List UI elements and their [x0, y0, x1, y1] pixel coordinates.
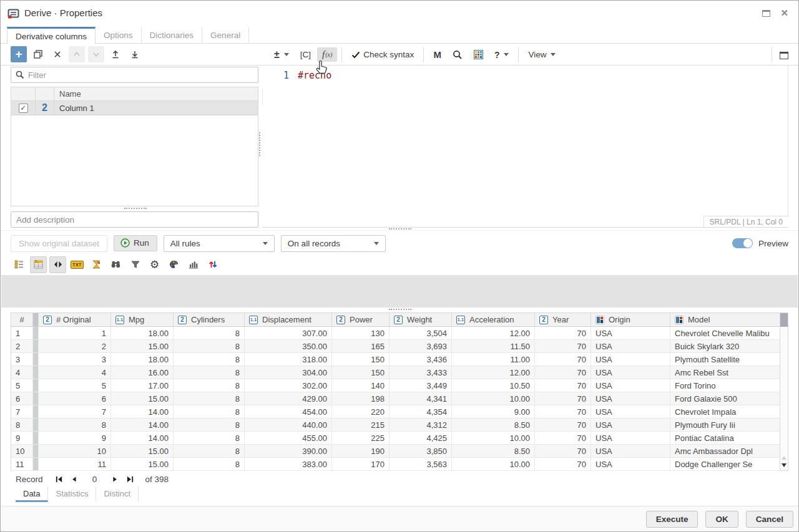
column-header-blank[interactable] [33, 313, 39, 326]
table-row[interactable]: 111115.008383.001703,56310.0070USADodge … [11, 458, 780, 471]
checkbox-cell: ✓ [11, 101, 36, 115]
column-header-year[interactable]: 2Year [535, 313, 591, 326]
filter-rows-icon[interactable] [127, 256, 144, 273]
constant-button[interactable]: [C] [295, 48, 316, 61]
column-header-weight[interactable]: 2Weight [390, 313, 452, 326]
column-header-displacement[interactable]: 1.1Displacement [245, 313, 332, 326]
move-down-icon[interactable] [88, 46, 104, 62]
checkbox[interactable]: ✓ [19, 104, 28, 113]
tab-dictionaries[interactable]: Dictionaries [142, 27, 203, 44]
column-header-mpg[interactable]: 1.1Mpg [111, 313, 174, 326]
column-header-power[interactable]: 2Power [332, 313, 390, 326]
cell: 18.00 [111, 327, 174, 339]
splitter-dots[interactable] [389, 228, 411, 230]
record-number[interactable]: 0 [82, 475, 108, 484]
tab-general[interactable]: General [202, 27, 249, 44]
color-grid-icon [474, 50, 483, 59]
scroll-up-icon[interactable] [782, 456, 787, 460]
grid-splitter-handle[interactable] [389, 309, 411, 310]
scrollbar-thumb[interactable] [780, 313, 788, 327]
run-button[interactable]: Run [114, 235, 157, 251]
previous-record-icon[interactable] [67, 476, 82, 483]
column-list-item[interactable]: ✓2Column 1 [11, 101, 258, 115]
close-icon[interactable]: ✕ [780, 9, 788, 17]
cell: 318.00 [245, 353, 332, 365]
settings-gear-icon[interactable]: ⚙ [146, 256, 163, 273]
add-column-button[interactable]: + [11, 46, 27, 62]
find-icon[interactable] [107, 256, 124, 273]
name-column-header[interactable]: Name [54, 87, 258, 100]
fit-columns-icon[interactable] [49, 256, 66, 273]
panel-resize-handle[interactable] [124, 208, 147, 209]
next-record-icon[interactable] [108, 476, 123, 483]
table-row[interactable]: 3318.008318.001503,43611.0070USAPlymouth… [11, 353, 780, 366]
text-view-icon[interactable]: TXT [69, 256, 86, 273]
tab-options[interactable]: Options [96, 27, 142, 44]
table-row[interactable]: 9914.008455.002254,42510.0070USAPontiac … [11, 432, 780, 445]
cell: Plymouth Fury Iii [670, 418, 780, 431]
column-header-origin[interactable]: Origin [591, 313, 670, 326]
table-row[interactable]: 8814.008440.002154,3128.5070USAPlymouth … [11, 418, 780, 432]
column-header-model[interactable]: Model [670, 313, 780, 326]
table-row[interactable]: 101015.008390.001903,8508.5070USAAmc Amb… [11, 445, 780, 458]
expression-editor[interactable]: 1 #recno [263, 65, 788, 216]
bottom-tab-statistics[interactable]: Statistics [48, 486, 96, 502]
table-row[interactable]: 4416.008304.001503,43312.0070USAAmc Rebe… [11, 366, 780, 379]
cell: 1 [39, 327, 111, 339]
delete-column-icon[interactable]: ✕ [49, 46, 66, 62]
splitter-handle[interactable] [259, 132, 260, 156]
bottom-tab-data[interactable]: Data [16, 486, 48, 502]
rules-select[interactable]: All rules [164, 235, 275, 252]
filter-field[interactable] [11, 67, 258, 83]
maximize-icon[interactable] [762, 10, 770, 17]
column-header-cylinders[interactable]: 2Cylinders [174, 313, 245, 326]
filter-input[interactable] [28, 70, 253, 80]
first-record-icon[interactable] [52, 475, 67, 483]
bottom-tab-distinct[interactable]: Distinct [96, 486, 139, 502]
preview-toggle[interactable] [732, 238, 753, 248]
column-header-blank[interactable]: # [11, 313, 33, 326]
line-number: 1 [263, 70, 298, 81]
last-record-icon[interactable] [123, 475, 138, 483]
scroll-down-icon[interactable] [782, 463, 787, 467]
table-row[interactable]: 7714.008454.002204,3549.0070USAChevrolet… [11, 405, 780, 418]
column-header-original[interactable]: 2# Original [39, 313, 111, 326]
zoom-button[interactable] [448, 48, 468, 62]
description-input[interactable] [16, 215, 253, 225]
help-button[interactable]: ? [489, 48, 514, 62]
table-row[interactable]: 6615.008429.001984,34110.0070USAFord Gal… [11, 392, 780, 405]
maximize-editor-button[interactable] [772, 49, 788, 62]
duplicate-column-icon[interactable] [30, 46, 46, 62]
highlight-colors-button[interactable] [469, 48, 488, 61]
table-row[interactable]: 2215.008350.001653,69311.5070USABuick Sk… [11, 340, 780, 353]
show-original-dataset-button[interactable]: Show original dataset [11, 235, 107, 252]
macro-button[interactable]: M [428, 47, 446, 62]
show-header-icon[interactable]: T.. [30, 256, 47, 273]
description-field[interactable] [11, 211, 258, 228]
number-column-header[interactable] [36, 87, 54, 100]
colors-palette-icon[interactable] [165, 256, 182, 273]
import-columns-icon[interactable] [107, 46, 124, 62]
tab-derivative-columns[interactable]: Derivative columns [7, 27, 96, 44]
vertical-scrollbar[interactable] [780, 313, 788, 470]
cancel-button[interactable]: Cancel [746, 511, 793, 528]
table-row[interactable]: 1118.008307.001303,50412.0070USAChevrole… [11, 327, 780, 340]
execute-button[interactable]: Execute [646, 511, 699, 528]
export-data-icon[interactable] [88, 256, 105, 273]
move-up-icon[interactable] [69, 46, 85, 62]
horizontal-splitter[interactable] [1, 230, 798, 231]
view-dropdown[interactable]: View [523, 48, 561, 61]
chart-icon[interactable] [185, 256, 202, 273]
column-header-acceleration[interactable]: 1.1Acceleration [452, 313, 535, 326]
freeze-columns-icon[interactable] [11, 256, 27, 273]
records-select[interactable]: On all records [281, 235, 386, 252]
check-syntax-button[interactable]: Check syntax [346, 48, 419, 61]
table-row[interactable]: 5517.008302.001403,44910.5070USAFord Tor… [11, 379, 780, 392]
checkbox-column-header[interactable] [11, 87, 36, 100]
cell: 3,850 [390, 445, 452, 457]
plus-minus-button[interactable]: ± [269, 47, 294, 62]
sort-icon[interactable] [204, 256, 221, 273]
ok-button[interactable]: OK [705, 511, 738, 528]
export-columns-icon[interactable] [127, 46, 143, 62]
cell: 10.00 [452, 392, 535, 405]
